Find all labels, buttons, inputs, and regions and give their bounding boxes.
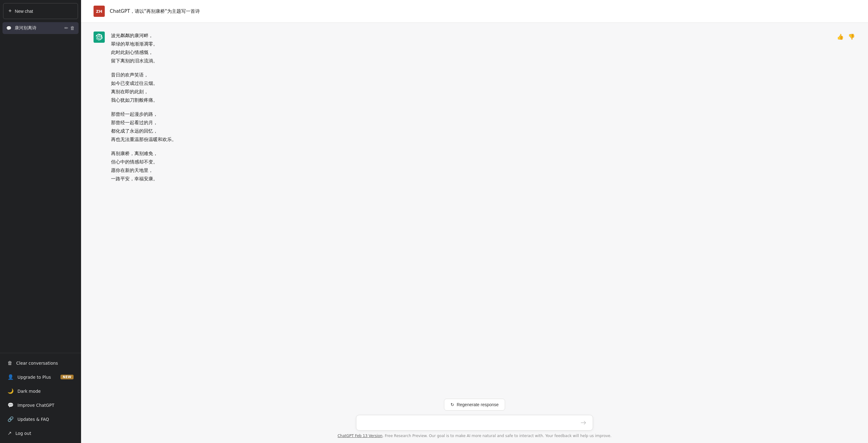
- new-chat-label: New chat: [15, 9, 33, 14]
- user-avatar: ZH: [94, 6, 105, 17]
- plus-icon: +: [8, 8, 12, 14]
- openai-logo-icon: [96, 34, 102, 40]
- new-badge: NEW: [61, 375, 73, 379]
- send-icon: [580, 420, 586, 426]
- poem-stanza2: 昔日的欢声笑语， 如今已变成过往云烟。 离别在即的此刻， 我心犹如刀割般疼痛。: [111, 71, 830, 105]
- footer-link[interactable]: ChatGPT Feb 13 Version: [338, 434, 382, 438]
- logout-label: Log out: [15, 431, 31, 436]
- clear-label: Clear conversations: [16, 361, 58, 366]
- sidebar-bottom: 🗑 Clear conversations 👤 Upgrade to Plus …: [0, 353, 81, 443]
- bot-avatar: [94, 31, 105, 43]
- chat-bubble-icon: 💬: [7, 402, 14, 408]
- upgrade-label: Upgrade to Plus: [18, 375, 51, 380]
- sidebar-item-updates[interactable]: 🔗 Updates & FAQ: [2, 412, 79, 426]
- footer-text: ChatGPT Feb 13 Version. Free Research Pr…: [338, 434, 612, 441]
- sidebar-item-upgrade[interactable]: 👤 Upgrade to Plus NEW: [2, 370, 79, 384]
- new-chat-button[interactable]: + New chat: [3, 3, 78, 19]
- poem-stanza1: 波光粼粼的康河畔， 翠绿的草地渐渐凋零。 此时此刻心情感慨， 留下离别的泪水流淌…: [111, 31, 830, 65]
- footer-description: . Free Research Preview. Our goal is to …: [382, 434, 612, 438]
- user-message-header: ZH ChatGPT，请以"再别康桥"为主题写一首诗: [81, 0, 868, 23]
- sidebar-item-logout[interactable]: ↗ Log out: [2, 426, 79, 440]
- poem-stanza4: 再别康桥，离别难免， 但心中的情感却不变。 愿你在新的天地里， 一路平安，幸福安…: [111, 149, 830, 183]
- sidebar-item-dark[interactable]: 🌙 Dark mode: [2, 384, 79, 398]
- user-avatar-text: ZH: [96, 9, 102, 14]
- updates-label: Updates & FAQ: [18, 417, 49, 422]
- chat-input[interactable]: [361, 419, 579, 426]
- send-button[interactable]: [579, 420, 588, 426]
- improve-label: Improve ChatGPT: [18, 403, 54, 408]
- sidebar-item-improve[interactable]: 💬 Improve ChatGPT: [2, 398, 79, 412]
- dark-label: Dark mode: [18, 389, 41, 394]
- chat-list: 💬 康河别离诗 ✏️ 🗑: [0, 21, 81, 353]
- chat-list-item[interactable]: 💬 康河别离诗 ✏️ 🗑: [2, 22, 79, 34]
- bottom-area: ↻ Regenerate response ChatGPT Feb 13 Ver…: [81, 394, 868, 443]
- sidebar: + New chat 💬 康河别离诗 ✏️ 🗑 🗑 Clear conversa…: [0, 0, 81, 443]
- edit-icon[interactable]: ✏️: [64, 25, 68, 31]
- user-message-text: ChatGPT，请以"再别康桥"为主题写一首诗: [110, 8, 200, 14]
- chat-icon: 💬: [6, 26, 11, 31]
- logout-icon: ↗: [7, 430, 11, 436]
- messages-area: 波光粼粼的康河畔， 翠绿的草地渐渐凋零。 此时此刻心情感慨， 留下离别的泪水流淌…: [81, 23, 868, 394]
- delete-icon[interactable]: 🗑: [70, 25, 75, 31]
- chat-item-left: 💬 康河别离诗: [6, 25, 36, 31]
- regenerate-label: Regenerate response: [457, 402, 499, 407]
- message-actions: 👍 👎: [836, 31, 856, 183]
- user-icon: 👤: [7, 374, 14, 380]
- input-container: [356, 415, 593, 431]
- moon-icon: 🌙: [7, 388, 14, 394]
- thumbs-down-button[interactable]: 👎: [847, 33, 856, 41]
- main-content: ZH ChatGPT，请以"再别康桥"为主题写一首诗 波光粼粼的康河畔， 翠绿的…: [81, 0, 868, 443]
- trash-icon: 🗑: [7, 360, 12, 366]
- link-icon: 🔗: [7, 416, 14, 422]
- chat-item-actions: ✏️ 🗑: [64, 25, 75, 31]
- thumbs-up-button[interactable]: 👍: [836, 33, 844, 41]
- poem-stanza3: 那曾经一起漫步的路， 那曾经一起看过的月， 都化成了永远的回忆， 再也无法重温那…: [111, 110, 830, 144]
- regenerate-button[interactable]: ↻ Regenerate response: [444, 399, 505, 411]
- bot-message-row: 波光粼粼的康河畔， 翠绿的草地渐渐凋零。 此时此刻心情感慨， 留下离别的泪水流淌…: [81, 23, 868, 192]
- chat-item-title: 康河别离诗: [14, 25, 36, 31]
- sidebar-item-clear[interactable]: 🗑 Clear conversations: [2, 356, 79, 370]
- bot-message-content: 波光粼粼的康河畔， 翠绿的草地渐渐凋零。 此时此刻心情感慨， 留下离别的泪水流淌…: [111, 31, 830, 183]
- regenerate-icon: ↻: [451, 402, 454, 407]
